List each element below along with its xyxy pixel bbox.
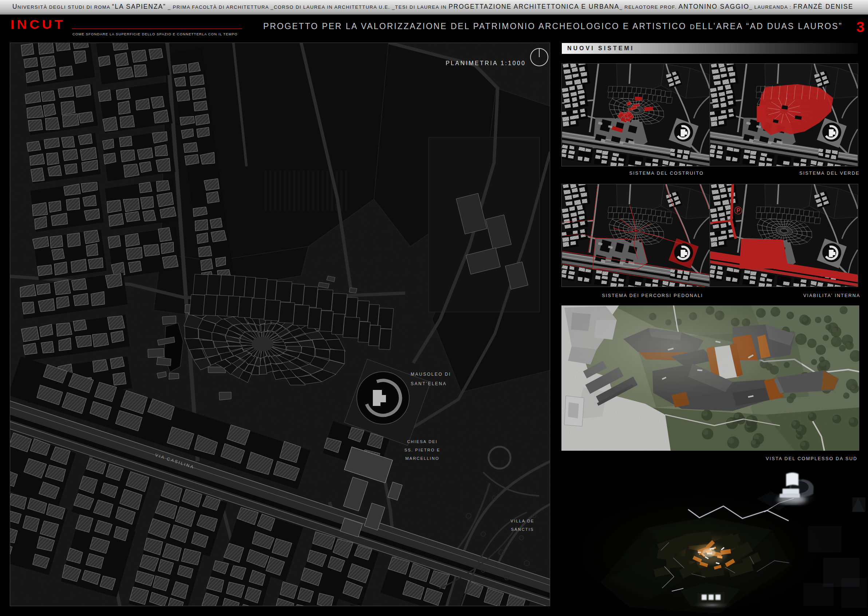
svg-text:MAUSOLEO DI: MAUSOLEO DI: [411, 372, 451, 377]
svg-text:VILLA DE: VILLA DE: [511, 519, 534, 523]
svg-text:SANT’ELENA: SANT’ELENA: [411, 381, 447, 386]
svg-text:CHIESA DEI: CHIESA DEI: [407, 439, 438, 444]
svg-text:SANCTIS: SANCTIS: [511, 527, 534, 531]
svg-text:MARCELLINO: MARCELLINO: [405, 456, 439, 460]
svg-text:P: P: [737, 207, 741, 214]
svg-text:SS. PIETRO E: SS. PIETRO E: [404, 448, 440, 452]
svg-text:PLANIMETRIA 1:1000: PLANIMETRIA 1:1000: [446, 60, 526, 66]
